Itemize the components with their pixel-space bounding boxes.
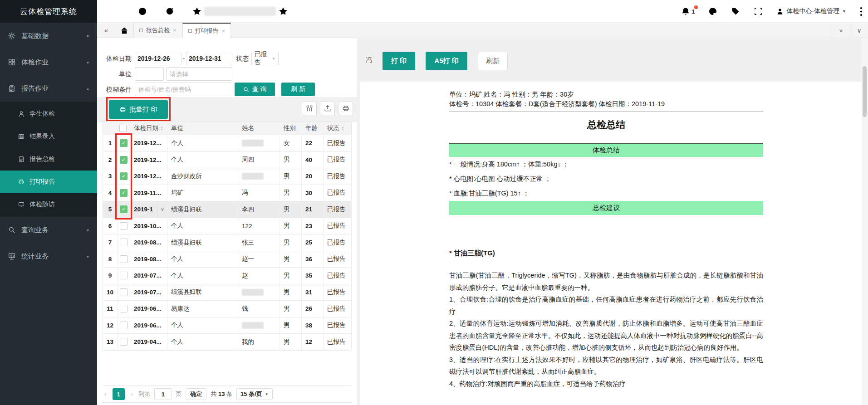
unit-select-input[interactable]: [166, 67, 232, 81]
table-row[interactable]: 7 2019-08... 绩溪县妇联 张三: [103, 234, 352, 251]
tabs: 报告总检 × 打印报告 ×: [133, 23, 231, 38]
sidebar-menu-item[interactable]: 统计业务 ▾: [0, 243, 97, 269]
refresh-icon[interactable]: [165, 7, 174, 16]
row-checkbox[interactable]: [120, 288, 128, 296]
row-checkbox[interactable]: [120, 222, 128, 230]
row-number: 11: [103, 301, 118, 317]
row-checkbox[interactable]: [120, 305, 128, 312]
tag-icon[interactable]: [731, 7, 740, 16]
home-tab[interactable]: [115, 23, 133, 38]
header-age[interactable]: 年龄: [302, 122, 324, 135]
scrollbar-thumb[interactable]: [863, 66, 867, 117]
tab[interactable]: 报告总检 ×: [133, 23, 182, 38]
sidebar-submenu-item[interactable]: 报告总检: [0, 148, 97, 171]
refresh-list-button[interactable]: 刷 新: [281, 83, 315, 96]
table-row[interactable]: 12 2019-06... 个人: [103, 317, 352, 334]
table-row[interactable]: 3 ✓ 2019-12... 金沙财政所: [103, 168, 352, 185]
row-checkbox[interactable]: ✓: [120, 156, 128, 164]
sidebar-submenu-item[interactable]: 学生体检: [0, 102, 97, 125]
goto-confirm-button[interactable]: 确定: [186, 388, 206, 400]
row-checkbox[interactable]: ✓: [120, 189, 128, 197]
table-row[interactable]: 10 2019-07... 绩溪县妇联: [103, 284, 352, 301]
row-expand-chevron-icon[interactable]: ∨: [157, 201, 167, 218]
row-status: 已报告: [324, 168, 352, 185]
row-age: 31: [302, 284, 324, 301]
sidebar-submenu-item[interactable]: 体检随访: [0, 193, 97, 216]
status-select[interactable]: 已报告 ▼: [251, 52, 279, 65]
table-row[interactable]: 1 ✓ 2019-12... 个人: [103, 135, 352, 152]
table-row[interactable]: 2 ✓ 2019-12... 个人 周四: [103, 152, 352, 169]
header-status[interactable]: 状态 ▲▼: [324, 122, 352, 135]
next-page-button[interactable]: ›: [129, 390, 135, 398]
table-row[interactable]: 6 2019-10... 个人 122: [103, 218, 352, 235]
tabs-collapse-left[interactable]: «: [97, 23, 115, 38]
unit-code-input[interactable]: [135, 67, 164, 81]
table-row[interactable]: 8 2019-08... 个人 赵一: [103, 251, 352, 268]
user-menu[interactable]: 体检中心-体检管理 ▼: [776, 7, 846, 16]
sort-icon[interactable]: ▲▼: [160, 126, 163, 131]
row-checkbox[interactable]: ✓: [120, 205, 128, 213]
sidebar-menu-item[interactable]: 报告作业 ▴: [0, 75, 97, 102]
sidebar-submenu-item[interactable]: 结果录入: [0, 125, 97, 148]
collapse-menu-icon[interactable]: [111, 7, 120, 16]
patient-tab-label[interactable]: 冯: [366, 56, 372, 64]
tab-close-icon[interactable]: ×: [173, 27, 177, 33]
header-gender[interactable]: 性别: [280, 122, 302, 135]
row-checkbox[interactable]: ✓: [120, 172, 128, 180]
globe-icon[interactable]: [138, 7, 147, 16]
row-age: 23: [302, 218, 324, 234]
date-label: 体检日期: [103, 52, 132, 65]
header-unit[interactable]: 单位: [167, 122, 238, 135]
theme-palette-icon[interactable]: [708, 7, 717, 16]
goto-page-input[interactable]: [154, 388, 172, 400]
table-row[interactable]: 11 2019-06... 易康达 钱: [103, 301, 352, 317]
date-to-input[interactable]: [186, 52, 232, 65]
print-button[interactable]: 打 印: [383, 52, 415, 70]
date-from-input[interactable]: [135, 52, 181, 65]
fullscreen-icon[interactable]: [754, 7, 763, 16]
tab-icon: [188, 29, 192, 33]
current-page-button[interactable]: 1: [113, 388, 125, 400]
columns-settings-button[interactable]: [302, 102, 317, 115]
select-all-checkbox[interactable]: [118, 122, 130, 135]
table-row[interactable]: 5 ✓ 2019-1 ∨ 绩溪县妇联 李四: [103, 201, 352, 218]
star-icon[interactable]: [279, 7, 288, 16]
sidebar-submenu-item[interactable]: 打印报告: [0, 171, 97, 193]
tab-close-icon[interactable]: ×: [222, 28, 226, 34]
a5-print-button[interactable]: A5打 印: [426, 52, 467, 70]
sidebar-menu-item[interactable]: 基础数据 ▾: [0, 23, 97, 49]
more-options-icon[interactable]: [860, 7, 863, 16]
tabs-dropdown[interactable]: ∨: [850, 23, 868, 38]
sort-icon[interactable]: ▲▼: [341, 126, 344, 131]
row-checkbox[interactable]: [120, 272, 128, 279]
row-checkbox[interactable]: ✓: [120, 139, 128, 147]
row-status: 已报告: [324, 152, 352, 168]
row-checkbox[interactable]: [120, 322, 128, 329]
notifications-button[interactable]: 1: [681, 7, 695, 16]
star-icon[interactable]: [192, 7, 201, 16]
header-date[interactable]: 体检日期 ▲▼: [130, 122, 167, 135]
tabs-scroll-right[interactable]: »: [832, 23, 850, 38]
search-button[interactable]: 查 询: [235, 83, 275, 96]
row-checkbox[interactable]: [120, 255, 128, 263]
row-checkbox[interactable]: [120, 239, 128, 246]
batch-print-button[interactable]: 批量打 印: [109, 100, 168, 119]
notification-dot: [694, 5, 698, 9]
prev-page-button[interactable]: ‹: [103, 390, 108, 398]
header-name[interactable]: 姓名: [238, 122, 280, 135]
row-date: 2019-08...: [134, 239, 162, 246]
report-scrollbar[interactable]: [862, 38, 868, 405]
tab[interactable]: 打印报告 ×: [182, 23, 231, 39]
table-row[interactable]: 9 2019-07... 个人 赵: [103, 268, 352, 284]
sidebar-menu-item[interactable]: 体检作业 ▾: [0, 49, 97, 75]
export-button[interactable]: [320, 102, 335, 115]
row-checkbox[interactable]: [120, 338, 128, 346]
clipboard-icon: [8, 85, 15, 92]
table-row[interactable]: 4 ✓ 2019-11... 坞矿 冯: [103, 185, 352, 202]
sidebar-menu-item[interactable]: 查询业务 ▾: [0, 217, 97, 243]
report-refresh-button[interactable]: 刷新: [478, 52, 508, 70]
fuzzy-search-input[interactable]: [135, 83, 232, 96]
print-list-button[interactable]: [338, 102, 353, 115]
table-row[interactable]: 13 2019-04... 个人 我的: [103, 334, 352, 351]
page-size-select[interactable]: 15 条/页 ▼: [236, 388, 273, 400]
